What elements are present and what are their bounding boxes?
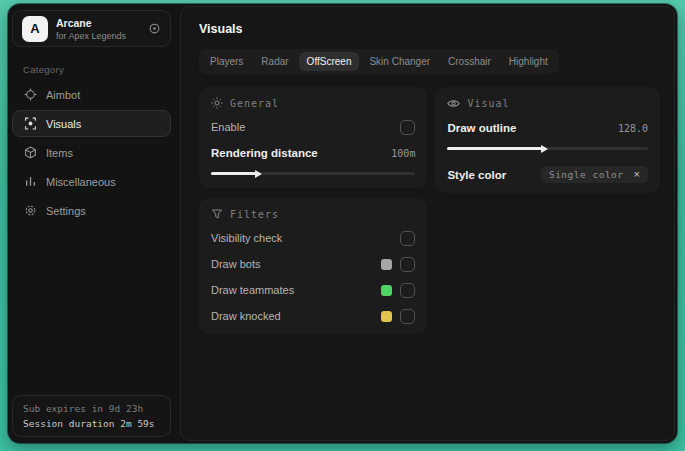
draw-bots-row: Draw bots — [211, 256, 415, 272]
tab-players[interactable]: Players — [202, 52, 251, 71]
draw-outline-label: Draw outline — [447, 122, 516, 134]
eye-icon — [447, 97, 460, 110]
draw-knocked-color-swatch[interactable] — [381, 311, 392, 322]
gear-icon — [23, 204, 37, 217]
rendering-distance-value: 100m — [391, 148, 415, 159]
draw-bots-label: Draw bots — [211, 258, 261, 270]
sidebar-item-aimbot[interactable]: Aimbot — [12, 81, 171, 108]
visibility-check-label: Visibility check — [211, 232, 282, 244]
general-card: General Enable Rendering distance 100m — [199, 87, 427, 188]
draw-outline-slider[interactable] — [447, 144, 648, 153]
filters-card-header: Filters — [211, 208, 415, 220]
cube-icon — [23, 146, 37, 159]
style-color-value: Single color — [549, 169, 624, 180]
tab-skin-changer[interactable]: Skin Changer — [361, 52, 438, 71]
page-title: Visuals — [199, 22, 660, 36]
left-column: General Enable Rendering distance 100m — [199, 87, 427, 334]
enable-label: Enable — [211, 121, 245, 133]
sidebar-item-visuals[interactable]: Visuals — [12, 110, 171, 137]
draw-knocked-row: Draw knocked — [211, 308, 415, 324]
draw-bots-color-swatch[interactable] — [381, 259, 392, 270]
close-icon[interactable]: × — [634, 169, 640, 180]
draw-teammates-color-swatch[interactable] — [381, 285, 392, 296]
sidebar-item-label: Miscellaneous — [46, 176, 116, 188]
draw-teammates-row: Draw teammates — [211, 282, 415, 298]
session-duration-text: Session duration 2m 59s — [23, 418, 160, 429]
general-card-title: General — [230, 98, 279, 109]
tab-bar: Players Radar OffScreen Skin Changer Cro… — [199, 49, 559, 74]
draw-knocked-checkbox[interactable] — [400, 309, 415, 324]
app-logo: A — [22, 16, 48, 42]
sidebar-item-label: Visuals — [46, 118, 81, 130]
visibility-check-row: Visibility check — [211, 230, 415, 246]
slider-fill[interactable] — [211, 172, 256, 175]
category-label: Category — [23, 64, 179, 75]
eye-scan-icon — [23, 117, 37, 130]
enable-row: Enable — [211, 119, 415, 135]
draw-teammates-checkbox[interactable] — [400, 283, 415, 298]
rendering-distance-label: Rendering distance — [211, 147, 318, 159]
filters-card: Filters Visibility check Draw bots — [199, 198, 427, 334]
sidebar-item-settings[interactable]: Settings — [12, 197, 171, 224]
slider-fill[interactable] — [447, 147, 541, 150]
sidebar-item-label: Settings — [46, 205, 86, 217]
visual-card: Visual Draw outline 128.0 Style color Si… — [435, 87, 660, 193]
draw-knocked-label: Draw knocked — [211, 310, 281, 322]
sidebar-item-miscellaneous[interactable]: Miscellaneous — [12, 168, 171, 195]
sub-expires-text: Sub expires in 9d 23h — [23, 403, 160, 414]
subscription-info-card: Sub expires in 9d 23h Session duration 2… — [12, 395, 171, 437]
tab-offscreen[interactable]: OffScreen — [299, 52, 360, 71]
sun-icon — [211, 97, 223, 109]
sidebar-item-items[interactable]: Items — [12, 139, 171, 166]
style-color-label: Style color — [447, 169, 506, 181]
main-panel: Visuals Players Radar OffScreen Skin Cha… — [180, 6, 675, 441]
draw-teammates-label: Draw teammates — [211, 284, 294, 296]
bars-icon — [23, 175, 37, 188]
visual-card-header: Visual — [447, 97, 648, 110]
enable-checkbox[interactable] — [400, 120, 415, 135]
logo-card: A Arcane for Apex Legends — [12, 10, 171, 47]
sidebar-item-label: Items — [46, 147, 73, 159]
tab-radar[interactable]: Radar — [253, 52, 296, 71]
crosshair-icon — [23, 88, 37, 101]
sidebar-item-label: Aimbot — [46, 89, 80, 101]
logo-text: Arcane for Apex Legends — [56, 17, 126, 41]
content-area: General Enable Rendering distance 100m — [199, 87, 660, 334]
draw-outline-value: 128.0 — [618, 123, 648, 134]
general-card-header: General — [211, 97, 415, 109]
style-color-dropdown[interactable]: Single color × — [541, 166, 648, 183]
sidebar: A Arcane for Apex Legends Category — [8, 4, 179, 443]
sidebar-nav: Aimbot Visuals Items — [12, 81, 171, 224]
rendering-distance-slider[interactable] — [211, 169, 415, 178]
draw-bots-checkbox[interactable] — [400, 257, 415, 272]
app-window: A Arcane for Apex Legends Category — [8, 4, 677, 443]
filters-card-title: Filters — [230, 209, 279, 220]
tab-crosshair[interactable]: Crosshair — [440, 52, 499, 71]
visual-card-title: Visual — [467, 98, 509, 109]
tab-highlight[interactable]: Highlight — [501, 52, 556, 71]
style-color-row: Style color Single color × — [447, 166, 648, 183]
right-column: Visual Draw outline 128.0 Style color Si… — [435, 87, 660, 193]
funnel-icon — [211, 208, 223, 220]
visibility-check-checkbox[interactable] — [400, 231, 415, 246]
rendering-distance-row: Rendering distance 100m — [211, 145, 415, 161]
app-subtitle: for Apex Legends — [56, 31, 126, 41]
target-icon[interactable] — [148, 22, 161, 35]
app-title: Arcane — [56, 17, 126, 29]
draw-outline-row: Draw outline 128.0 — [447, 120, 648, 136]
